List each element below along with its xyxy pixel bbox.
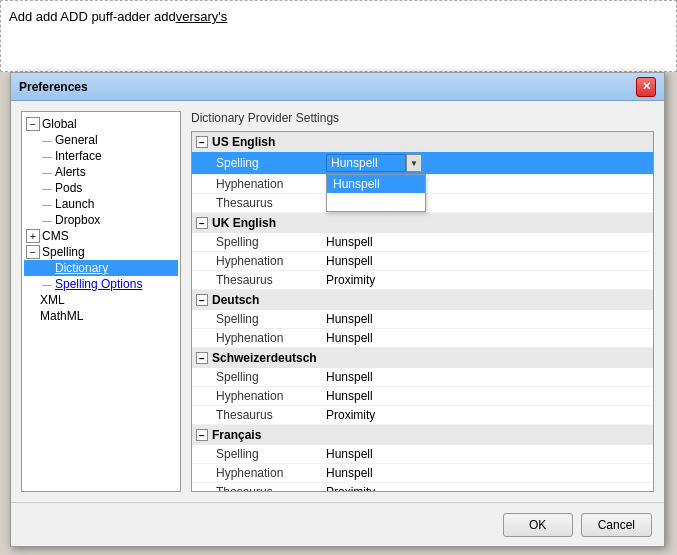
lang-header-us-english[interactable]: − US English: [192, 132, 653, 152]
collapse-icon[interactable]: −: [196, 136, 208, 148]
lang-row[interactable]: Thesaurus Proximity: [192, 406, 653, 425]
tree-item-label: Alerts: [55, 165, 86, 179]
dialog-body: − Global — General — Interface — Alerts …: [11, 101, 664, 502]
lang-name: Français: [212, 428, 261, 442]
lang-row[interactable]: Spelling Hunspell: [192, 310, 653, 329]
tree-item-global[interactable]: − Global: [24, 116, 178, 132]
lang-header-schweizerdeutsch[interactable]: − Schweizerdeutsch: [192, 348, 653, 368]
settings-area[interactable]: − US English Spelling Hunspell ▼ Hunspel…: [191, 131, 654, 492]
row-label: Thesaurus: [216, 485, 326, 492]
tree-item-launch[interactable]: — Launch: [24, 196, 178, 212]
row-value: Proximity: [326, 273, 375, 287]
row-label: Spelling: [216, 312, 326, 326]
row-label: Spelling: [216, 235, 326, 249]
dropdown-popup[interactable]: Hunspell Proximity: [326, 174, 426, 212]
tree-item-pods[interactable]: — Pods: [24, 180, 178, 196]
dropdown-arrow[interactable]: ▼: [406, 154, 422, 172]
row-label: Hyphenation: [216, 466, 326, 480]
row-value: Proximity: [326, 408, 375, 422]
lang-row[interactable]: Hyphenation Hunspell: [192, 387, 653, 406]
row-label: Spelling: [216, 156, 326, 170]
collapse-icon[interactable]: −: [196, 217, 208, 229]
lang-section-schweizerdeutsch: − Schweizerdeutsch Spelling Hunspell Hyp…: [192, 348, 653, 425]
tree-item-general[interactable]: — General: [24, 132, 178, 148]
row-label: Hyphenation: [216, 389, 326, 403]
lang-header-uk-english[interactable]: − UK English: [192, 213, 653, 233]
lang-section-uk-english: − UK English Spelling Hunspell Hyphenati…: [192, 213, 653, 290]
row-value: Hunspell: [326, 370, 373, 384]
tree-item-label: Pods: [55, 181, 82, 195]
lang-section-deutsch: − Deutsch Spelling Hunspell Hyphenation …: [192, 290, 653, 348]
ok-button[interactable]: OK: [503, 513, 573, 537]
lang-row[interactable]: Thesaurus Proximity: [192, 271, 653, 290]
row-value: Hunspell: [326, 389, 373, 403]
row-value: Hunspell: [326, 235, 373, 249]
tree-item-label: Dropbox: [55, 213, 100, 227]
lang-row[interactable]: Hyphenation Hunspell: [192, 329, 653, 348]
dropdown-option-hunspell[interactable]: Hunspell: [327, 175, 425, 193]
lang-name: Deutsch: [212, 293, 259, 307]
tree-item-label: XML: [40, 293, 65, 307]
row-label: Spelling: [216, 447, 326, 461]
row-label: Thesaurus: [216, 196, 326, 210]
row-label: Spelling: [216, 370, 326, 384]
panel-title: Dictionary Provider Settings: [191, 111, 654, 125]
row-label: Hyphenation: [216, 254, 326, 268]
tree-item-cms[interactable]: + CMS: [24, 228, 178, 244]
tree-item-label: Spelling: [42, 245, 85, 259]
row-value: Hunspell: [326, 312, 373, 326]
dialog-footer: OK Cancel: [11, 502, 664, 546]
lang-header-francais[interactable]: − Français: [192, 425, 653, 445]
expander-icon[interactable]: −: [26, 245, 40, 259]
lang-section-francais: − Français Spelling Hunspell Hyphenation…: [192, 425, 653, 492]
row-label: Hyphenation: [216, 177, 326, 191]
lang-section-us-english: − US English Spelling Hunspell ▼ Hunspel…: [192, 132, 653, 213]
lang-name: Schweizerdeutsch: [212, 351, 317, 365]
text-area: Add add ADD puff-adder addversary's: [0, 0, 677, 72]
lang-row[interactable]: Spelling Hunspell: [192, 233, 653, 252]
cancel-button[interactable]: Cancel: [581, 513, 652, 537]
expander-icon[interactable]: +: [26, 229, 40, 243]
collapse-icon[interactable]: −: [196, 294, 208, 306]
row-value: Hunspell: [326, 466, 373, 480]
dropdown-option-proximity[interactable]: Proximity: [327, 193, 425, 211]
lang-row[interactable]: Spelling Hunspell ▼ Hunspell Proximity: [192, 152, 653, 175]
lang-row[interactable]: Hyphenation Hunspell: [192, 464, 653, 483]
tree-item-label: CMS: [42, 229, 69, 243]
tree-item-label: Global: [42, 117, 77, 131]
lang-name: UK English: [212, 216, 276, 230]
content-panel: Dictionary Provider Settings − US Englis…: [191, 111, 654, 492]
lang-row[interactable]: Thesaurus Proximity: [192, 483, 653, 492]
tree-item-mathml[interactable]: MathML: [24, 308, 178, 324]
tree-item-spelling[interactable]: − Spelling: [24, 244, 178, 260]
tree-item-label: General: [55, 133, 98, 147]
expander-icon[interactable]: −: [26, 117, 40, 131]
editor-text: Add add ADD puff-adder addversary's: [9, 9, 227, 24]
row-label: Thesaurus: [216, 273, 326, 287]
tree-item-interface[interactable]: — Interface: [24, 148, 178, 164]
tree-item-label: Spelling Options: [55, 277, 142, 291]
inline-dropdown[interactable]: Hunspell ▼ Hunspell Proximity: [326, 154, 422, 172]
lang-header-deutsch[interactable]: − Deutsch: [192, 290, 653, 310]
collapse-icon[interactable]: −: [196, 352, 208, 364]
lang-row[interactable]: Spelling Hunspell: [192, 368, 653, 387]
row-label: Thesaurus: [216, 408, 326, 422]
row-value: Hunspell: [326, 254, 373, 268]
lang-row[interactable]: Spelling Hunspell: [192, 445, 653, 464]
tree-panel: − Global — General — Interface — Alerts …: [21, 111, 181, 492]
tree-item-dropbox[interactable]: — Dropbox: [24, 212, 178, 228]
close-button[interactable]: ✕: [636, 77, 656, 97]
lang-name: US English: [212, 135, 275, 149]
tree-item-spelling-options[interactable]: — Spelling Options: [24, 276, 178, 292]
tree-item-dictionary[interactable]: — Dictionary: [24, 260, 178, 276]
dropdown-value: Hunspell: [326, 154, 406, 172]
tree-item-label: Dictionary: [55, 261, 108, 275]
dialog-title: Preferences: [19, 80, 88, 94]
tree-item-label: Interface: [55, 149, 102, 163]
tree-item-xml[interactable]: XML: [24, 292, 178, 308]
tree-item-alerts[interactable]: — Alerts: [24, 164, 178, 180]
title-bar: Preferences ✕: [11, 73, 664, 101]
collapse-icon[interactable]: −: [196, 429, 208, 441]
lang-row[interactable]: Hyphenation Hunspell: [192, 252, 653, 271]
row-value: Hunspell: [326, 447, 373, 461]
